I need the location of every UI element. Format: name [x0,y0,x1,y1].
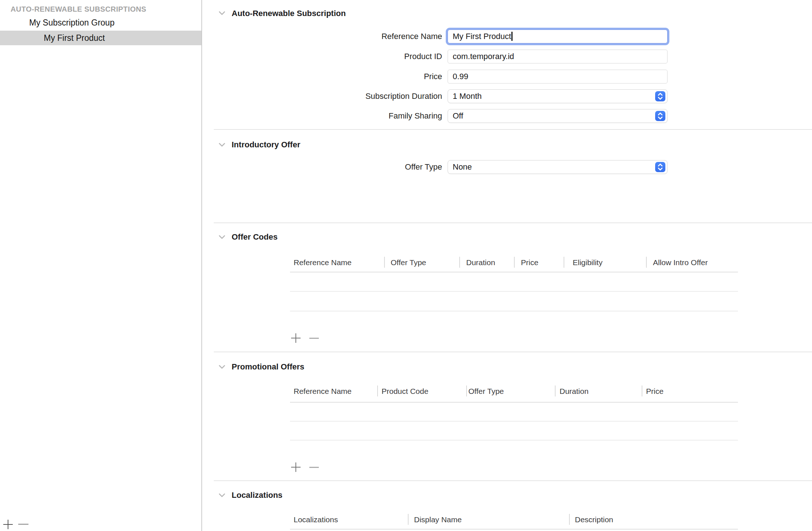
section-divider [214,480,812,481]
subscription-duration-popup[interactable]: 1 Month [448,89,668,103]
product-id-input[interactable]: com.temporary.id [448,50,668,63]
offer-type-popup[interactable]: None [448,160,668,174]
column-separator [377,385,378,396]
column-header-price: Price [646,386,664,396]
storekit-configuration-editor: AUTO-RENEWABLE SUBSCRIPTIONS My Subscrip… [0,0,812,531]
table-header-line [290,402,738,403]
column-header-price: Price [521,257,538,268]
popup-stepper-icon [655,111,665,121]
column-header-product-code: Product Code [382,386,428,396]
reference-name-value: My First Product [453,32,511,41]
offer-type-label: Offer Type [255,162,442,173]
sidebar-remove-button minus-icon[interactable] [18,524,28,525]
table-row-line [290,440,738,441]
family-sharing-value: Off [453,111,463,120]
section-divider [214,352,812,352]
column-header-display-name: Display Name [414,515,462,525]
column-header-duration: Duration [560,386,588,396]
section-title-offer-codes: Offer Codes [232,232,278,243]
reference-name-input[interactable]: My First Product [448,30,668,43]
column-separator [466,385,467,396]
column-header-duration: Duration [466,257,495,268]
column-header-allow-intro-offer: Allow Intro Offer [653,257,708,268]
column-separator [564,257,564,268]
sidebar-item-my-first-product[interactable]: My First Product [0,31,202,45]
column-header-reference-name: Reference Name [294,386,352,396]
section-divider [214,222,812,223]
section-title-promotional-offers: Promotional Offers [232,361,304,372]
section-title-introductory-offer: Introductory Offer [232,139,300,150]
chevron-down-icon[interactable] [219,235,225,239]
section-title-localizations: Localizations [232,490,282,501]
table-row-line [290,421,738,422]
chevron-down-icon[interactable] [219,143,225,147]
column-separator [555,385,556,396]
column-header-localizations: Localizations [294,515,338,525]
product-id-label: Product ID [255,51,442,62]
sidebar-group-header: AUTO-RENEWABLE SUBSCRIPTIONS [11,4,146,14]
sidebar: AUTO-RENEWABLE SUBSCRIPTIONS My Subscrip… [0,0,202,531]
column-header-offer-type: Offer Type [391,257,426,268]
column-separator [408,514,409,525]
family-sharing-label: Family Sharing [255,111,442,121]
family-sharing-popup[interactable]: Off [448,109,668,123]
sidebar-add-button plus-icon[interactable] [3,519,13,530]
column-header-description: Description [575,515,613,525]
table-header-line [290,529,738,530]
table-row-line [290,311,738,311]
chevron-down-icon[interactable] [219,11,225,15]
column-header-reference-name: Reference Name [294,257,352,268]
column-separator [646,257,647,268]
promotional-offers-add-button plus-icon[interactable] [291,462,301,472]
promotional-offers-remove-button minus-icon[interactable] [309,467,319,468]
table-row-line [290,291,738,292]
reference-name-label: Reference Name [255,31,442,42]
sidebar-item-subscription-group[interactable]: My Subscription Group [0,15,202,30]
column-header-offer-type: Offer Type [468,386,504,396]
chevron-down-icon[interactable] [219,365,225,369]
section-divider [214,129,812,130]
subscription-duration-label: Subscription Duration [255,91,442,102]
column-separator [459,257,460,268]
offer-codes-add-button plus-icon[interactable] [291,333,301,343]
offer-codes-remove-button minus-icon[interactable] [309,338,319,339]
popup-stepper-icon [655,162,665,172]
text-cursor [511,32,513,41]
column-separator [384,257,385,268]
price-label: Price [255,71,442,82]
popup-stepper-icon [655,91,665,101]
sidebar-divider [201,0,202,531]
price-input[interactable]: 0.99 [448,70,668,84]
table-header-line [290,272,738,272]
subscription-duration-value: 1 Month [453,92,482,101]
column-separator [514,257,515,268]
chevron-down-icon[interactable] [219,493,225,497]
section-title-auto-renewable-subscription: Auto-Renewable Subscription [232,8,346,19]
column-separator [569,514,570,525]
column-header-eligibility: Eligibility [573,257,603,268]
offer-type-value: None [453,162,472,171]
column-separator [642,385,642,396]
